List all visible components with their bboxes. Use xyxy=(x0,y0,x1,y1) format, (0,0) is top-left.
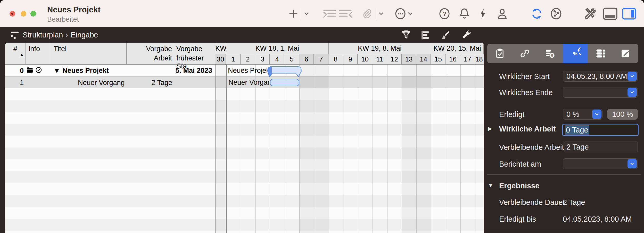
view-settings-wrench-icon[interactable] xyxy=(461,30,472,40)
attachment-icon[interactable] xyxy=(360,4,373,24)
column-header-work[interactable]: VorgabeArbeit xyxy=(127,43,174,64)
sort-ascending-icon[interactable]: ▲ xyxy=(19,52,24,58)
day-header-18: 18 xyxy=(475,54,483,64)
field-label-actual-work: Wirkliche Arbeit xyxy=(499,125,556,133)
day-header-15: 15 xyxy=(431,54,445,64)
project-summary-bar[interactable] xyxy=(267,66,302,78)
day-header-11: 11 xyxy=(373,54,387,64)
work-cell[interactable]: 2 Tage xyxy=(127,79,172,87)
document-title: Neues Projekt xyxy=(47,5,101,14)
breadcrumb-page[interactable]: Eingabe xyxy=(71,31,98,39)
minimize-button[interactable] xyxy=(21,11,26,17)
network-icon[interactable] xyxy=(549,4,563,24)
tab-finance[interactable]: $ xyxy=(538,44,563,63)
notifications-icon[interactable] xyxy=(458,4,471,24)
chevron-down-icon[interactable] xyxy=(592,110,601,119)
chevron-down-icon[interactable] xyxy=(628,159,637,168)
set-100-percent-button[interactable]: 100 % xyxy=(607,109,638,120)
table-gantt-splitter[interactable] xyxy=(226,43,227,233)
column-header-earliest-start[interactable]: Vorgabefrühester Sta xyxy=(174,43,215,64)
earliest-start-cell[interactable]: 5. Mai 2023 xyxy=(174,67,212,75)
field-label-actual-start: Wirklicher Start xyxy=(499,72,550,81)
task-title-cell[interactable]: Neues Projekt xyxy=(62,67,109,75)
toolbar-divider xyxy=(620,8,620,19)
zoom-button[interactable] xyxy=(30,11,36,17)
breadcrumb-separator: › xyxy=(63,31,71,39)
header-bottom-border xyxy=(5,64,484,65)
chevron-down-icon[interactable] xyxy=(628,88,637,97)
close-button[interactable] xyxy=(10,11,15,17)
document-status: Bearbeitet xyxy=(47,15,79,24)
column-header-number[interactable]: # ▲ xyxy=(5,43,26,64)
field-label-done: Erledigt xyxy=(499,110,524,119)
chevron-down-icon[interactable] xyxy=(628,72,637,81)
tab-links[interactable] xyxy=(513,44,538,63)
breadcrumb-view[interactable]: Strukturplan xyxy=(23,31,63,39)
field-label-reported-on: Berichtet am xyxy=(499,160,541,168)
indent-icon[interactable] xyxy=(322,4,337,24)
filter-icon[interactable] xyxy=(400,30,412,40)
week-column-left-border xyxy=(215,43,216,233)
gantt-bar-label: Neuer Vorgang xyxy=(228,79,275,87)
day-gridline xyxy=(475,64,475,233)
breadcrumb[interactable]: Strukturplan›Eingabe xyxy=(23,31,98,39)
day-header-16: 16 xyxy=(446,54,460,64)
separator xyxy=(487,230,641,230)
sync-icon[interactable] xyxy=(530,4,544,24)
actual-end-dropdown[interactable] xyxy=(563,87,638,98)
attachment-chevron-icon[interactable] xyxy=(378,4,384,24)
disclosure-triangle[interactable]: ▼ xyxy=(53,67,60,75)
wbs-view-icon[interactable] xyxy=(9,30,20,40)
svg-text:?: ? xyxy=(443,10,447,17)
tab-notes[interactable] xyxy=(613,44,638,63)
tab-actual-values[interactable]: % xyxy=(563,44,588,63)
done-percent-dropdown[interactable]: 0 % xyxy=(563,109,602,120)
actual-start-dropdown[interactable]: 04.05.23, 8:00 AM xyxy=(563,71,638,82)
svg-text:$: $ xyxy=(551,53,553,58)
remaining-work-input[interactable]: 2 Tage xyxy=(563,142,638,152)
day-gridline xyxy=(446,64,446,233)
row-info-icons[interactable] xyxy=(27,67,42,73)
column-header-title[interactable]: Titel xyxy=(51,43,127,64)
day-header-1: 1 xyxy=(226,54,241,64)
resources-user-icon[interactable] xyxy=(496,4,509,24)
reported-on-dropdown[interactable] xyxy=(563,158,638,169)
add-icon[interactable] xyxy=(287,4,299,24)
titlebar: Neues Projekt Bearbeitet ? xyxy=(0,0,644,27)
day-header-2: 2 xyxy=(241,54,255,64)
day-header-5: 5 xyxy=(285,54,299,64)
column-header-info[interactable]: Info xyxy=(26,43,51,64)
tab-resources[interactable] xyxy=(588,44,613,63)
settings-tools-icon[interactable] xyxy=(583,4,597,24)
day-header-13: 13 xyxy=(402,54,416,64)
day-gridline xyxy=(416,64,417,233)
disclosure-down-icon[interactable]: ▼ xyxy=(488,182,493,189)
inspector-tab-bar: $ % xyxy=(487,44,638,63)
group-icon[interactable] xyxy=(420,30,431,40)
task-bar[interactable] xyxy=(270,79,299,86)
result-value-done-until: 04.05.2023, 8:00 AM xyxy=(563,215,632,223)
result-label-remaining-duration: Verbleibende Dauer xyxy=(499,198,565,207)
day-gridline xyxy=(431,64,431,233)
task-title-cell[interactable]: Neuer Vorgang xyxy=(78,79,125,87)
help-icon[interactable]: ? xyxy=(438,4,451,24)
automations-icon[interactable] xyxy=(477,4,489,24)
add-chevron-icon[interactable] xyxy=(303,4,310,24)
style-brush-icon[interactable] xyxy=(440,30,451,40)
bottom-panel-toggle-icon[interactable] xyxy=(603,4,618,24)
outdent-icon[interactable] xyxy=(338,4,353,24)
svg-text:%: % xyxy=(573,51,577,56)
day-header-3: 3 xyxy=(255,54,270,64)
more-actions-icon[interactable] xyxy=(394,4,407,24)
day-gridline xyxy=(314,64,314,233)
day-gridline xyxy=(285,64,285,233)
right-panel-toggle-icon[interactable] xyxy=(622,4,636,24)
tab-clipboard-check[interactable] xyxy=(487,44,513,63)
inspector-panel: $ % Wirklicher Start 04.05.23, 8:00 AM W… xyxy=(484,27,644,233)
actual-work-input[interactable]: 0 Tage xyxy=(562,124,639,136)
more-actions-chevron-icon[interactable] xyxy=(407,4,414,24)
week-column-header: KW xyxy=(215,43,226,54)
day-gridline xyxy=(270,64,270,233)
disclosure-right-icon[interactable]: ▶ xyxy=(488,125,492,132)
separator xyxy=(487,103,641,103)
